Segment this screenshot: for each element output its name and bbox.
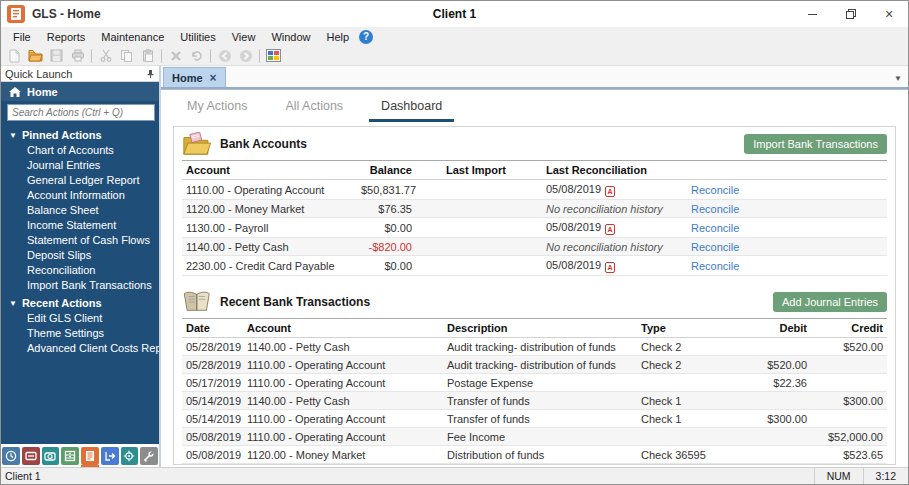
close-button[interactable]: ×: [870, 1, 908, 27]
column-header-description[interactable]: Description: [443, 319, 637, 338]
menu-maintenance[interactable]: Maintenance: [93, 29, 172, 45]
reconcile-link[interactable]: Reconcile: [691, 260, 739, 272]
gls-document-app-icon[interactable]: [81, 447, 99, 465]
paste-icon[interactable]: [138, 47, 157, 64]
copy-icon[interactable]: [117, 47, 136, 64]
date-cell: 05/28/2019: [182, 338, 243, 356]
sidebar-item-account-information[interactable]: Account Information: [1, 188, 159, 203]
tab-my-actions[interactable]: My Actions: [175, 99, 259, 122]
sidebar-item-general-ledger-report[interactable]: General Ledger Report: [1, 173, 159, 188]
sidebar-item-home[interactable]: Home: [1, 82, 159, 101]
sidebar-item-import-bank-transactions[interactable]: Import Bank Transactions: [1, 278, 159, 293]
device-app-icon[interactable]: [22, 447, 40, 465]
restore-button[interactable]: [832, 1, 870, 27]
toolbar-separator: [259, 49, 260, 63]
pdf-report-icon[interactable]: A: [605, 262, 615, 273]
tab-list-dropdown-icon[interactable]: ▼: [894, 74, 902, 83]
forward-icon[interactable]: [236, 47, 255, 64]
tab-all-actions[interactable]: All Actions: [273, 99, 355, 122]
search-actions-input[interactable]: [7, 104, 155, 121]
credit-cell: [811, 410, 887, 428]
menu-utilities[interactable]: Utilities: [172, 29, 223, 45]
menu-reports[interactable]: Reports: [39, 29, 94, 45]
description-cell: Fee Income: [443, 428, 637, 446]
sidebar-item-journal-entries[interactable]: Journal Entries: [1, 158, 159, 173]
debit-cell: [749, 446, 811, 464]
sidebar-item-chart-of-accounts[interactable]: Chart of Accounts: [1, 143, 159, 158]
type-cell: [637, 428, 749, 446]
sidebar-item-income-statement[interactable]: Income Statement: [1, 218, 159, 233]
reconcile-link[interactable]: Reconcile: [691, 222, 739, 234]
column-header-last-import[interactable]: Last Import: [442, 161, 542, 180]
column-header-actions: [687, 161, 887, 180]
table-row: 1110.00 - Operating Account$50,831.7705/…: [182, 180, 887, 200]
minimize-button[interactable]: [794, 1, 832, 27]
column-header-credit[interactable]: Credit: [811, 319, 887, 338]
column-header-debit[interactable]: Debit: [749, 319, 811, 338]
undo-icon[interactable]: [187, 47, 206, 64]
table-row: 1130.00 - Payroll$0.0005/08/2019AReconci…: [182, 218, 887, 238]
sidebar-item-balance-sheet[interactable]: Balance Sheet: [1, 203, 159, 218]
table-row: 05/14/20191110.00 - Operating AccountTra…: [182, 410, 887, 428]
column-header-account[interactable]: Account: [243, 319, 443, 338]
menu-help[interactable]: Help: [319, 29, 358, 45]
new-document-icon[interactable]: [5, 47, 24, 64]
toolbar-separator: [161, 49, 162, 63]
dashboard-icon[interactable]: [264, 47, 283, 64]
tab-dashboard[interactable]: Dashboard: [369, 99, 454, 122]
export-arrow-app-icon[interactable]: [101, 447, 119, 465]
sidebar-item-deposit-slips[interactable]: Deposit Slips: [1, 248, 159, 263]
date-cell: 05/28/2019: [182, 356, 243, 374]
dashboard-card: Bank Accounts Import Bank Transactions A…: [173, 126, 896, 465]
clock-app-icon[interactable]: [2, 447, 20, 465]
reconcile-link[interactable]: Reconcile: [691, 241, 739, 253]
column-header-account[interactable]: Account: [182, 161, 357, 180]
account-cell: 1130.00 - Payroll: [182, 218, 357, 238]
sidebar-group-recent[interactable]: ▼Recent Actions: [1, 293, 159, 311]
delete-icon[interactable]: [166, 47, 185, 64]
sidebar-item-edit-gls-client[interactable]: Edit GLS Client: [1, 311, 159, 326]
menu-window[interactable]: Window: [263, 29, 318, 45]
print-icon[interactable]: [68, 47, 87, 64]
sidebar-item-theme-settings[interactable]: Theme Settings: [1, 326, 159, 341]
reconcile-cell: Reconcile: [687, 180, 887, 200]
account-cell: 1140.00 - Petty Cash: [243, 338, 443, 356]
column-header-balance[interactable]: Balance: [357, 161, 442, 180]
quick-launch-header: Quick Launch: [1, 66, 159, 82]
collapse-triangle-icon: ▼: [9, 131, 17, 140]
date-cell: 05/14/2019: [182, 392, 243, 410]
wrench-app-icon[interactable]: [140, 447, 158, 465]
pdf-report-icon[interactable]: A: [605, 186, 615, 197]
reconcile-link[interactable]: Reconcile: [691, 184, 739, 196]
menu-view[interactable]: View: [224, 29, 264, 45]
column-header-last-reconciliation[interactable]: Last Reconciliation: [542, 161, 687, 180]
target-app-icon[interactable]: [121, 447, 139, 465]
pdf-report-icon[interactable]: A: [605, 224, 615, 235]
sidebar-group-pinned[interactable]: ▼Pinned Actions: [1, 125, 159, 143]
column-header-date[interactable]: Date: [182, 319, 243, 338]
toolbar: [1, 46, 908, 66]
reconcile-link[interactable]: Reconcile: [691, 203, 739, 215]
cabinet-app-icon[interactable]: [61, 447, 79, 465]
account-cell: 1120.00 - Money Market: [243, 446, 443, 464]
save-icon[interactable]: [47, 47, 66, 64]
help-icon[interactable]: ?: [359, 30, 373, 44]
cut-icon[interactable]: [96, 47, 115, 64]
last-reconciliation-cell: 05/08/2019A: [542, 256, 687, 276]
column-header-type[interactable]: Type: [637, 319, 749, 338]
sidebar-item-statement-of-cash-flows[interactable]: Statement of Cash Flows: [1, 233, 159, 248]
import-bank-transactions-button[interactable]: Import Bank Transactions: [744, 134, 887, 154]
account-cell: 2230.00 - Credit Card Payable: [182, 256, 357, 276]
status-bar: Client 1 NUM 3:12: [1, 467, 908, 484]
open-folder-icon[interactable]: [26, 47, 45, 64]
sidebar-item-reconciliation[interactable]: Reconciliation: [1, 263, 159, 278]
pin-icon[interactable]: [145, 69, 155, 79]
add-journal-entries-button[interactable]: Add Journal Entries: [773, 292, 887, 312]
back-icon[interactable]: [215, 47, 234, 64]
menu-file[interactable]: File: [5, 29, 39, 45]
home-document-tab[interactable]: Home ×: [163, 67, 226, 87]
sidebar-item-advanced-client-costs-report[interactable]: Advanced Client Costs Report: [1, 341, 159, 356]
tab-close-icon[interactable]: ×: [210, 71, 217, 85]
reconcile-cell: Reconcile: [687, 218, 887, 238]
camera-app-icon[interactable]: [42, 447, 60, 465]
